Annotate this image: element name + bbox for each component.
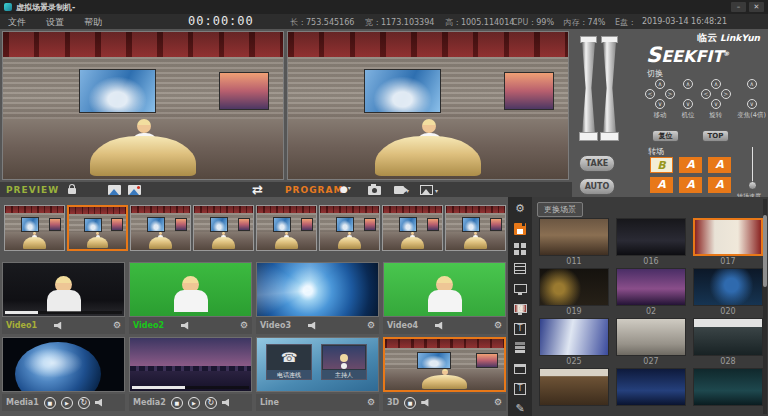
picture-icon[interactable] bbox=[420, 185, 433, 195]
video-capture-icon[interactable] bbox=[394, 186, 404, 194]
picture-caret-icon[interactable]: ▾ bbox=[435, 187, 438, 194]
media2-loop-button[interactable]: ↻ bbox=[205, 397, 217, 409]
video4-speaker-icon[interactable] bbox=[435, 322, 445, 330]
video2-thumbnail[interactable] bbox=[129, 262, 252, 317]
fader-handle-left[interactable] bbox=[579, 132, 598, 141]
scene-shot-6[interactable] bbox=[319, 205, 380, 251]
video2-gear-icon[interactable]: ⚙ bbox=[240, 321, 248, 330]
media2-play-button[interactable]: ▶ bbox=[188, 397, 200, 409]
settings-icon[interactable]: ⚙ bbox=[513, 202, 527, 215]
transition-tile-a3[interactable]: A bbox=[650, 177, 673, 193]
gallery-scrollbar-thumb[interactable] bbox=[763, 215, 767, 287]
video3-thumbnail[interactable] bbox=[256, 262, 379, 317]
scene-shot-7[interactable] bbox=[382, 205, 443, 251]
lock-icon[interactable] bbox=[68, 188, 76, 194]
zoom-in-button[interactable]: ∧ bbox=[747, 79, 757, 89]
camera-up-button[interactable]: ∧ bbox=[683, 79, 693, 89]
media1-thumbnail[interactable] bbox=[2, 337, 125, 392]
display-settings-icon[interactable] bbox=[513, 302, 527, 315]
gallery-item-019[interactable] bbox=[539, 268, 609, 306]
t-bar-fader[interactable] bbox=[579, 36, 641, 146]
gallery-item-017-selected[interactable] bbox=[693, 218, 763, 256]
line-thumbnail[interactable]: ☎ 电话连线 主持人 bbox=[256, 337, 379, 392]
scene-shot-8[interactable] bbox=[445, 205, 506, 251]
change-scene-tab[interactable]: 更换场景 bbox=[537, 202, 583, 217]
image-icon[interactable] bbox=[108, 185, 121, 195]
gallery-item-011[interactable] bbox=[539, 218, 609, 256]
swap-icon[interactable]: ⇄ bbox=[252, 182, 263, 197]
transition-tile-a2[interactable]: A bbox=[708, 157, 731, 173]
auto-button[interactable]: AUTO bbox=[579, 178, 615, 195]
scenes-grid-icon[interactable] bbox=[513, 242, 527, 255]
transition-tile-a4[interactable]: A bbox=[679, 177, 702, 193]
gallery-item-028[interactable] bbox=[693, 318, 763, 356]
save-icon-active[interactable] bbox=[513, 222, 527, 235]
layers-icon[interactable] bbox=[513, 342, 527, 355]
gallery-item-027[interactable] bbox=[616, 318, 686, 356]
program-monitor[interactable] bbox=[287, 31, 569, 180]
threed-stop-button[interactable]: ■ bbox=[404, 397, 416, 409]
top-view-button[interactable]: TOP bbox=[702, 130, 729, 142]
line-gear-icon[interactable]: ⚙ bbox=[367, 398, 375, 407]
transition-speed-knob[interactable] bbox=[748, 181, 757, 190]
zoom-out-button[interactable]: ∨ bbox=[747, 99, 757, 109]
move-down-button[interactable]: ∨ bbox=[655, 99, 665, 109]
draw-icon[interactable]: ✎ bbox=[513, 402, 527, 415]
video2-speaker-icon[interactable] bbox=[181, 322, 191, 330]
gallery-item-016[interactable] bbox=[616, 218, 686, 256]
scene-shot-2-selected[interactable] bbox=[67, 205, 128, 251]
rotate-right-button[interactable]: > bbox=[721, 89, 731, 99]
video1-gear-icon[interactable]: ⚙ bbox=[113, 321, 121, 330]
record-icon[interactable]: ● bbox=[340, 184, 348, 194]
threed-gear-icon[interactable]: ⚙ bbox=[494, 398, 502, 407]
media1-stop-button[interactable]: ■ bbox=[44, 397, 56, 409]
menu-help[interactable]: 帮助 bbox=[84, 16, 102, 29]
snapshot-camera-icon[interactable] bbox=[368, 186, 381, 195]
menu-settings[interactable]: 设置 bbox=[46, 16, 64, 29]
menu-file[interactable]: 文件 bbox=[8, 16, 26, 29]
subtitle-icon[interactable]: T bbox=[513, 382, 527, 395]
preview-monitor[interactable] bbox=[2, 31, 284, 180]
minimize-button[interactable]: – bbox=[731, 2, 746, 12]
scene-shot-5[interactable] bbox=[256, 205, 317, 251]
line-phone-card[interactable]: ☎ 电话连线 bbox=[266, 344, 312, 380]
rotate-left-button[interactable]: < bbox=[701, 89, 711, 99]
reset-button[interactable]: 复位 bbox=[652, 130, 679, 142]
video4-gear-icon[interactable]: ⚙ bbox=[494, 321, 502, 330]
media1-loop-button[interactable]: ↻ bbox=[78, 397, 90, 409]
media2-seekbar[interactable] bbox=[132, 386, 249, 389]
gallery-item-025[interactable] bbox=[539, 318, 609, 356]
video4-thumbnail[interactable] bbox=[383, 262, 506, 317]
move-up-button[interactable]: ∧ bbox=[655, 79, 665, 89]
image-add-icon[interactable] bbox=[128, 185, 141, 195]
transition-tile-b[interactable]: B bbox=[650, 157, 673, 173]
window-icon[interactable] bbox=[513, 362, 527, 375]
camera-down-button[interactable]: ∨ bbox=[683, 99, 693, 109]
rotate-up-button[interactable]: ∧ bbox=[711, 79, 721, 89]
video1-seekbar[interactable] bbox=[5, 311, 122, 314]
text-tool-icon[interactable]: T bbox=[513, 322, 527, 335]
gallery-item-02[interactable] bbox=[616, 268, 686, 306]
media2-stop-button[interactable]: ■ bbox=[171, 397, 183, 409]
video1-thumbnail[interactable] bbox=[2, 262, 125, 317]
gallery-scrollbar[interactable] bbox=[763, 199, 767, 414]
record-caret-icon[interactable]: ▾ bbox=[348, 184, 351, 191]
media1-play-button[interactable]: ▶ bbox=[61, 397, 73, 409]
line-host-card[interactable]: 主持人 bbox=[321, 344, 367, 380]
scene-shot-3[interactable] bbox=[130, 205, 191, 251]
media2-thumbnail[interactable] bbox=[129, 337, 252, 392]
media2-speaker-icon[interactable] bbox=[222, 399, 232, 407]
threed-speaker-muted-icon[interactable] bbox=[421, 399, 431, 407]
video1-speaker-icon[interactable] bbox=[54, 322, 64, 330]
monitor-icon[interactable] bbox=[513, 282, 527, 295]
close-button[interactable]: ✕ bbox=[749, 2, 764, 12]
video3-speaker-icon[interactable] bbox=[308, 322, 318, 330]
rotate-down-button[interactable]: ∨ bbox=[711, 99, 721, 109]
move-right-button[interactable]: > bbox=[665, 89, 675, 99]
gallery-item-row4-1[interactable] bbox=[539, 368, 609, 406]
take-button[interactable]: TAKE bbox=[579, 155, 615, 172]
video3-gear-icon[interactable]: ⚙ bbox=[367, 321, 375, 330]
gallery-item-row4-3[interactable] bbox=[693, 368, 763, 406]
transition-speed-slider[interactable] bbox=[752, 147, 753, 184]
threed-thumbnail-selected[interactable] bbox=[383, 337, 506, 392]
